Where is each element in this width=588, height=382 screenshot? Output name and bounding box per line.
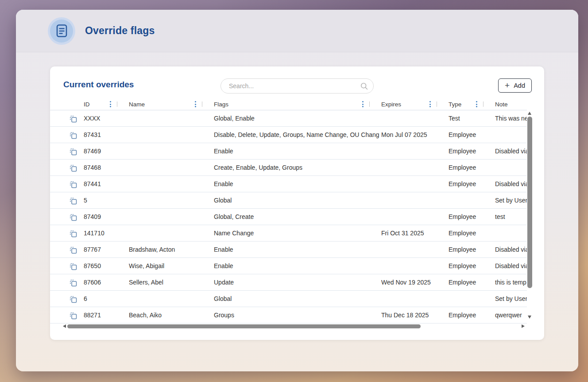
cell-type: Test xyxy=(449,115,495,122)
cell-note: This was nee xyxy=(495,115,527,122)
column-resize-handle[interactable] xyxy=(202,101,202,107)
cell-type: Employee xyxy=(449,180,495,187)
row-icon-cell xyxy=(62,147,84,156)
copy-icon[interactable] xyxy=(62,196,77,205)
document-icon xyxy=(50,19,73,43)
cell-type: Employee xyxy=(449,279,495,286)
cell-flags: Enable xyxy=(214,246,381,253)
table-row[interactable]: 6GlobalSet by UserI xyxy=(50,291,527,307)
column-menu-icon[interactable] xyxy=(194,100,197,108)
copy-icon[interactable] xyxy=(62,147,77,156)
table-row[interactable]: 87469EnableEmployeeDisabled via xyxy=(50,143,527,160)
row-icon-cell xyxy=(62,213,84,221)
add-button-label: Add xyxy=(514,82,525,89)
cell-id: 141710 xyxy=(84,230,129,237)
plus-icon: + xyxy=(505,81,510,90)
column-menu-icon[interactable] xyxy=(361,100,364,108)
row-icon-cell xyxy=(62,262,84,270)
row-icon-cell xyxy=(62,131,84,139)
column-label: Flags xyxy=(214,101,228,108)
copy-icon[interactable] xyxy=(62,164,77,172)
cell-name: Wise, Abigail xyxy=(129,262,214,269)
column-menu-icon[interactable] xyxy=(475,100,478,108)
table-row[interactable]: 87441EnableEmployeeDisabled via xyxy=(50,176,527,192)
column-header-type[interactable]: Type xyxy=(449,100,495,108)
copy-icon[interactable] xyxy=(62,278,77,287)
app-header: Override flags xyxy=(16,10,578,52)
column-label: Note xyxy=(495,101,508,108)
scroll-down-icon[interactable] xyxy=(528,316,531,319)
cell-flags: Global xyxy=(214,197,381,204)
table-row[interactable]: 87767Bradshaw, ActonEnableEmployeeDisabl… xyxy=(50,242,527,258)
cell-note: Disabled via xyxy=(495,180,527,187)
copy-icon[interactable] xyxy=(62,131,77,139)
column-resize-handle[interactable] xyxy=(437,101,437,107)
cell-name: Sellers, Abel xyxy=(129,279,214,286)
table-row[interactable]: 87431Disable, Delete, Update, Groups, Na… xyxy=(50,127,527,143)
cell-type: Employee xyxy=(449,262,495,269)
row-icon-cell xyxy=(62,311,84,320)
row-icon-cell xyxy=(62,164,84,172)
horizontal-scrollbar-thumb[interactable] xyxy=(67,324,421,328)
table-row[interactable]: 5GlobalSet by UserI xyxy=(50,192,527,209)
cell-id: 87468 xyxy=(84,164,129,171)
table-row[interactable]: 87650Wise, AbigailEnableEmployeeDisabled… xyxy=(50,258,527,274)
table-row[interactable]: 87409Global, CreateEmployeetest xyxy=(50,209,527,225)
cell-id: 87650 xyxy=(84,262,129,269)
column-resize-handle[interactable] xyxy=(117,101,117,107)
table-row[interactable]: XXXXGlobal, EnableTestThis was nee xyxy=(50,110,527,127)
column-header-expires[interactable]: Expires xyxy=(381,100,449,108)
cell-flags: Name Change xyxy=(214,230,381,237)
column-menu-icon[interactable] xyxy=(109,100,112,108)
column-header-flags[interactable]: Flags xyxy=(214,100,381,108)
cell-type: Employee xyxy=(449,131,495,138)
cell-note: Disabled via xyxy=(495,262,527,269)
cell-type: Employee xyxy=(449,312,495,319)
horizontal-scrollbar[interactable] xyxy=(63,324,525,329)
column-resize-handle[interactable] xyxy=(369,101,370,107)
copy-icon[interactable] xyxy=(62,114,77,123)
table-row[interactable]: 88271Beach, AikoGroupsThu Dec 18 2025Emp… xyxy=(50,307,527,324)
cell-type: Employee xyxy=(449,148,495,155)
search-input[interactable] xyxy=(228,82,360,90)
cell-note: qwerqwer xyxy=(495,312,527,319)
row-icon-cell xyxy=(62,278,84,287)
cell-flags: Update xyxy=(214,279,381,286)
column-header-name[interactable]: Name xyxy=(129,100,214,108)
table-row[interactable]: 87606Sellers, AbelUpdateWed Nov 19 2025E… xyxy=(50,274,527,291)
cell-id: XXXX xyxy=(84,115,129,122)
copy-icon[interactable] xyxy=(62,311,77,320)
copy-icon[interactable] xyxy=(62,262,77,270)
cell-type: Employee xyxy=(449,230,495,237)
cell-name: Beach, Aiko xyxy=(129,312,214,319)
copy-icon[interactable] xyxy=(62,246,77,254)
copy-icon[interactable] xyxy=(62,295,77,303)
cell-note: this is temp xyxy=(495,279,527,286)
cell-expires: Wed Nov 19 2025 xyxy=(381,279,449,286)
cell-expires: Thu Dec 18 2025 xyxy=(381,312,449,319)
cell-id: 87431 xyxy=(84,131,129,138)
cell-note: Set by UserI xyxy=(495,295,527,302)
cell-id: 87767 xyxy=(84,246,129,253)
add-button[interactable]: + Add xyxy=(498,78,532,93)
row-icon-cell xyxy=(62,180,84,188)
column-label: Name xyxy=(129,101,145,108)
scroll-right-icon[interactable] xyxy=(522,324,525,328)
copy-icon[interactable] xyxy=(62,229,77,238)
column-menu-icon[interactable] xyxy=(429,100,432,108)
copy-icon[interactable] xyxy=(62,213,77,221)
table-row[interactable]: 87468Create, Enable, Update, GroupsEmplo… xyxy=(50,160,527,176)
cell-id: 6 xyxy=(84,295,129,302)
column-header-id[interactable]: ID xyxy=(84,100,129,108)
column-resize-handle[interactable] xyxy=(483,101,484,107)
scroll-up-icon[interactable] xyxy=(528,112,531,115)
scroll-left-icon[interactable] xyxy=(63,324,66,328)
column-header-note[interactable]: Note xyxy=(495,101,527,108)
vertical-scrollbar[interactable] xyxy=(527,110,533,323)
copy-icon[interactable] xyxy=(62,180,77,188)
table-row[interactable]: 141710Name ChangeFri Oct 31 2025Employee xyxy=(50,225,527,242)
cell-note: test xyxy=(495,213,527,220)
table-body: XXXXGlobal, EnableTestThis was nee87431D… xyxy=(50,110,527,324)
vertical-scrollbar-thumb[interactable] xyxy=(527,117,532,288)
cell-id: 87409 xyxy=(84,213,129,220)
